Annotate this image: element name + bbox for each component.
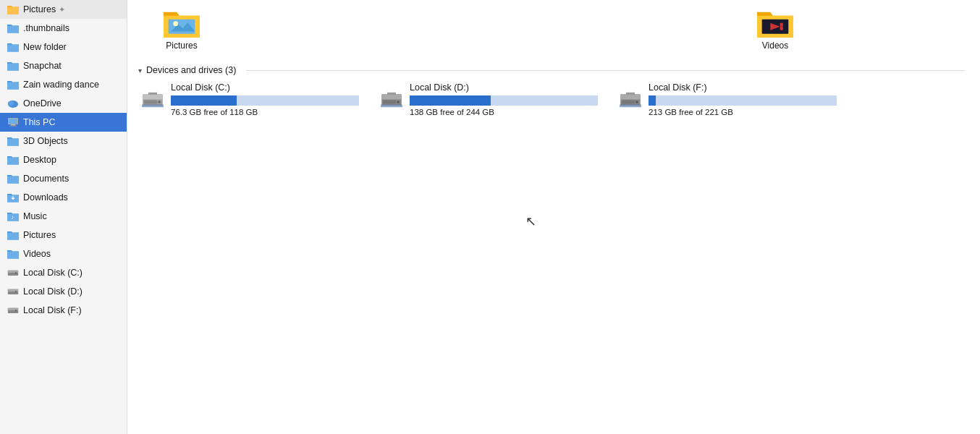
folder-item-videos[interactable]: Videos xyxy=(746,7,804,51)
sidebar-item-label: Videos xyxy=(23,249,51,259)
drive-f-hdd-icon xyxy=(620,85,641,115)
drive-item-c[interactable]: Local Disk (C:) 76.3 GB free of 118 GB xyxy=(142,82,359,120)
folder-download-icon xyxy=(7,192,19,203)
hdd-icon xyxy=(7,267,19,278)
sidebar-item-desktop[interactable]: Desktop xyxy=(0,150,127,169)
svg-point-38 xyxy=(635,101,638,103)
folder-item-pictures[interactable]: Pictures xyxy=(153,7,211,51)
svg-rect-22 xyxy=(780,27,783,30)
sidebar-item-this-pc[interactable]: This PC xyxy=(0,113,127,132)
sidebar-item-label: Desktop xyxy=(23,155,56,165)
sidebar-item-label: Downloads xyxy=(23,192,68,203)
chevron-down-icon: ▾ xyxy=(138,67,142,75)
svg-rect-14 xyxy=(8,308,18,310)
drive-c-bar xyxy=(171,95,359,106)
sidebar-item-label: Pictures xyxy=(23,230,56,240)
folder-icon xyxy=(7,135,19,147)
drive-f-header: Local Disk (F:) 213 GB free of 221 GB xyxy=(620,82,837,116)
music-icon: ♪ xyxy=(7,210,19,222)
folder-icon xyxy=(7,60,19,72)
svg-point-18 xyxy=(173,21,178,26)
drive-d-header: Local Disk (D:) 138 GB free of 244 GB xyxy=(381,82,598,116)
sidebar-item-documents[interactable]: Documents xyxy=(0,169,127,188)
svg-rect-39 xyxy=(620,104,641,107)
svg-rect-30 xyxy=(381,94,402,99)
svg-point-12 xyxy=(15,291,17,292)
sidebar-item-label: Local Disk (C:) xyxy=(23,268,83,278)
sidebar-item-label: Local Disk (D:) xyxy=(23,286,83,297)
drive-item-d[interactable]: Local Disk (D:) 138 GB free of 244 GB xyxy=(381,82,598,120)
folder-icon xyxy=(7,22,19,34)
drive-f-bar xyxy=(649,95,837,106)
sidebar-item-music[interactable]: ♪ Music xyxy=(0,207,127,226)
hdd-icon xyxy=(7,305,19,316)
drive-item-f[interactable]: Local Disk (F:) 213 GB free of 221 GB xyxy=(620,82,837,120)
drive-c-name: Local Disk (C:) xyxy=(171,82,359,93)
sidebar-item-local-disk-d[interactable]: Local Disk (D:) xyxy=(0,282,127,301)
sidebar-item-videos[interactable]: Videos xyxy=(0,244,127,263)
drive-c-header: Local Disk (C:) 76.3 GB free of 118 GB xyxy=(142,82,359,116)
drive-f-info: Local Disk (F:) 213 GB free of 221 GB xyxy=(649,82,837,116)
drive-d-info: Local Disk (D:) 138 GB free of 244 GB xyxy=(410,82,598,116)
sidebar-item-thumbnails[interactable]: .thumbnails xyxy=(0,19,127,38)
svg-rect-36 xyxy=(620,94,641,99)
sidebar-item-pictures[interactable]: Pictures xyxy=(0,226,127,244)
sidebar-item-local-disk-c[interactable]: Local Disk (C:) xyxy=(0,263,127,282)
drive-d-name: Local Disk (D:) xyxy=(410,82,598,93)
sidebar-item-pictures-top[interactable]: Pictures ✦ xyxy=(0,0,127,19)
svg-point-1 xyxy=(8,101,14,106)
svg-rect-31 xyxy=(383,100,396,103)
svg-rect-25 xyxy=(144,100,157,103)
cloud-icon xyxy=(7,98,19,109)
sidebar-item-label: Pictures xyxy=(23,4,56,14)
svg-rect-11 xyxy=(8,289,18,292)
folder-icon xyxy=(7,41,19,53)
sidebar-item-snapchat[interactable]: Snapchat xyxy=(0,56,127,75)
svg-rect-4 xyxy=(11,124,15,126)
sidebar-item-label: New folder xyxy=(23,42,67,52)
drive-f-name: Local Disk (F:) xyxy=(649,82,837,93)
drive-f-fill xyxy=(649,95,656,106)
svg-rect-40 xyxy=(626,92,635,94)
svg-point-15 xyxy=(15,310,17,311)
pictures-icon xyxy=(7,229,19,241)
mouse-cursor: ↖ xyxy=(525,213,536,229)
folder-icon xyxy=(7,173,19,184)
svg-point-32 xyxy=(397,101,400,103)
svg-rect-34 xyxy=(387,92,396,94)
drive-c-fill xyxy=(171,95,237,106)
section-header: ▾ Devices and drives (3) xyxy=(138,65,966,75)
svg-rect-33 xyxy=(381,104,402,107)
sidebar-item-label: Music xyxy=(23,211,47,221)
devices-section: ▾ Devices and drives (3) Loca xyxy=(127,61,980,127)
sidebar-item-onedrive[interactable]: OneDrive xyxy=(0,94,127,113)
sidebar-item-label: This PC xyxy=(23,117,55,127)
sidebar-item-local-disk-f[interactable]: Local Disk (F:) xyxy=(0,301,127,320)
sidebar-item-label: Documents xyxy=(23,174,69,184)
main-content: Pictures Videos ▾ Devices and drives (3) xyxy=(127,0,980,434)
folder-icon xyxy=(7,79,19,90)
folder-pictures-label: Pictures xyxy=(166,41,197,51)
sidebar-item-new-folder[interactable]: New folder xyxy=(0,38,127,56)
drive-d-fill xyxy=(410,95,491,106)
hdd-icon xyxy=(7,286,19,297)
drives-grid: Local Disk (C:) 76.3 GB free of 118 GB xyxy=(138,82,966,120)
folder-videos-icon xyxy=(757,7,793,38)
sidebar-item-label: 3D Objects xyxy=(23,136,68,146)
drive-c-free-text: 76.3 GB free of 118 GB xyxy=(171,108,359,116)
folder-icon xyxy=(7,154,19,166)
sidebar: Pictures ✦ .thumbnails New folder Snapch… xyxy=(0,0,127,434)
sidebar-item-3d-objects[interactable]: 3D Objects xyxy=(0,132,127,150)
drive-d-bar xyxy=(410,95,598,106)
folder-videos-label: Videos xyxy=(762,41,788,51)
drive-c-hdd-icon xyxy=(142,85,164,115)
section-header-label: Devices and drives (3) xyxy=(146,65,236,75)
videos-icon xyxy=(7,248,19,260)
sidebar-item-label: Snapchat xyxy=(23,61,62,71)
sidebar-item-zain-wading-dance[interactable]: Zain wading dance xyxy=(0,75,127,94)
section-divider xyxy=(246,70,966,71)
svg-rect-21 xyxy=(780,23,783,27)
sidebar-item-downloads[interactable]: Downloads xyxy=(0,188,127,207)
drive-d-free-text: 138 GB free of 244 GB xyxy=(410,108,598,116)
svg-rect-37 xyxy=(622,100,635,103)
